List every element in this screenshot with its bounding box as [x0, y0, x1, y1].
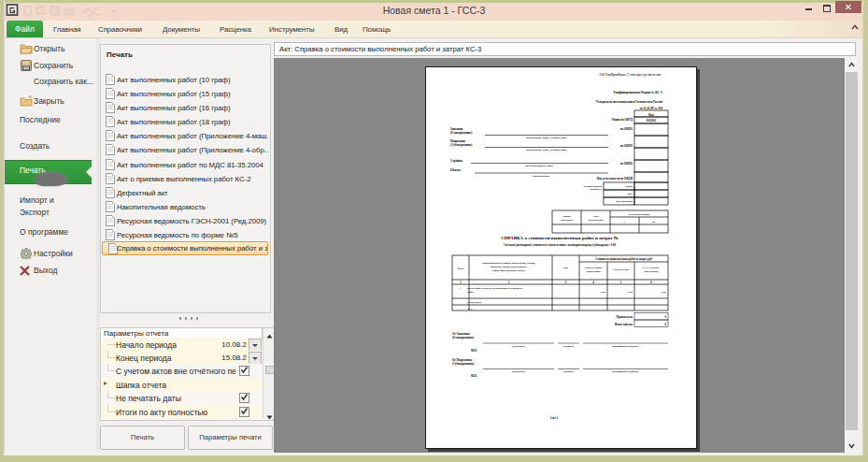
svg-text:объектов, видов выполненных: объектов, видов выполненных — [491, 266, 527, 268]
svg-text:Сметная (договорная) стоимость: Сметная (договорная) стоимость в соответ… — [504, 243, 617, 247]
svg-text:СПРАВКА о стоимости выполненны: СПРАВКА о стоимости выполненных работ и … — [501, 236, 619, 240]
svg-text:М.П.: М.П. — [471, 349, 477, 353]
svg-text:Произведено: Произведено — [617, 315, 633, 319]
svg-text:Номер: Номер — [562, 215, 571, 218]
svg-text:0.00: 0.00 — [628, 291, 633, 294]
svg-text:(подпись): (подпись) — [563, 370, 574, 373]
svg-text:в т. ч. за отчет-: в т. ч. за отчет- — [643, 267, 661, 269]
svg-text:(Генподрядчик):: (Генподрядчик): — [450, 131, 473, 135]
svg-text:№ пп: № пп — [458, 267, 464, 270]
svg-text:Всего работ и затрат, включаем: Всего работ и затрат, включаемых в стоим… — [467, 287, 523, 290]
svg-text:Стройка:: Стройка: — [450, 159, 463, 163]
svg-text:(Субподрядчик):: (Субподрядчик): — [450, 143, 473, 147]
svg-text:Код: Код — [563, 267, 568, 269]
svg-text:1: 1 — [460, 287, 462, 290]
svg-text:0322001: 0322001 — [647, 119, 657, 123]
svg-text:Итого зачтено: Итого зачтено — [615, 323, 633, 326]
svg-text:Дата: Дата — [592, 215, 599, 218]
svg-text:Отчетный период: Отчетный период — [629, 213, 650, 216]
svg-text:4: 4 — [592, 281, 594, 284]
svg-text:Форма по ОКУД: Форма по ОКУД — [612, 118, 633, 122]
svg-text:(Генподрядчика):: (Генподрядчика): — [452, 336, 475, 339]
svg-text:по: по — [652, 221, 656, 224]
svg-text:с начала года: с начала года — [613, 268, 629, 271]
svg-text:0: 0 — [665, 315, 667, 319]
svg-text:дата: дата — [627, 193, 633, 195]
svg-text:0.00: 0.00 — [601, 291, 605, 294]
svg-text:эт. д. :: эт. д. : — [467, 308, 475, 310]
svg-text:местонахождение, адрес: местонахождение, адрес — [525, 165, 554, 167]
svg-text:(подпись): (подпись) — [563, 345, 574, 348]
svg-text:документа: документа — [561, 219, 574, 222]
svg-text:от 11.11.99 № 100: от 11.11.99 № 100 — [640, 107, 663, 110]
svg-text:1: 1 — [460, 281, 462, 284]
svg-text:с начала прове-: с начала прове- — [584, 267, 603, 269]
svg-text:(расшифровка подписи): (расшифровка подписи) — [612, 370, 638, 373]
svg-text:работ, оборудования, затрат: работ, оборудования, затрат — [492, 269, 526, 272]
svg-text:3: 3 — [565, 281, 567, 284]
svg-text:составления: составления — [589, 219, 604, 222]
svg-text:1 из 1: 1 из 1 — [550, 416, 559, 420]
svg-text:работ: работ — [467, 291, 475, 294]
svg-text:в том числе:: в том числе: — [467, 301, 482, 304]
svg-text:Вид операции: Вид операции — [616, 200, 633, 203]
svg-text:5: 5 — [620, 281, 622, 284]
svg-text:6: 6 — [650, 281, 652, 284]
svg-text:Вид деятельности по ОКДП: Вид деятельности по ОКДП — [597, 177, 633, 180]
svg-text:(должность): (должность) — [512, 345, 525, 348]
svg-text:ЗАО ТяжПромИздат+7 1 интернет: ЗАО ТяжПромИздат+7 1 интернет gss-smeta … — [599, 73, 661, 77]
svg-text:(должность): (должность) — [512, 370, 525, 373]
svg-text:по ОКПО: по ОКПО — [620, 127, 633, 131]
svg-text:номер: номер — [625, 185, 633, 188]
svg-text:Наименование пусковых комплекс: Наименование пусковых комплексов, этапов… — [482, 262, 536, 265]
svg-text:по ОКПО: по ОКПО — [620, 144, 633, 148]
svg-text:наименование: наименование — [533, 175, 550, 178]
svg-text:2: 2 — [508, 281, 510, 284]
svg-text:(расшифровка подписи): (расшифровка подписи) — [612, 345, 638, 348]
svg-text:М.П.: М.П. — [471, 374, 477, 378]
svg-text:Унифицированная Форма № КС-3: Унифицированная Форма № КС-3 — [613, 91, 662, 94]
svg-text:по ОКПО: по ОКПО — [620, 162, 633, 166]
svg-text:Код: Код — [648, 113, 654, 117]
svg-text:организация, адрес, телефон, ф: организация, адрес, телефон, факс — [526, 149, 567, 152]
svg-text:(контракт): (контракт) — [590, 188, 602, 191]
svg-text:(Субподрядчика):: (Субподрядчика): — [452, 362, 475, 366]
svg-text:Стоимость выполненных работ и: Стоимость выполненных работ и затрат, ру… — [595, 257, 652, 261]
svg-text:Объект:: Объект: — [450, 168, 462, 172]
svg-text:с: с — [624, 221, 626, 224]
svg-text:дения работ: дения работ — [586, 270, 601, 273]
svg-text:Утверждена постановлением Госк: Утверждена постановлением Госкомстата Ро… — [596, 100, 663, 104]
svg-text:ный период: ный период — [645, 270, 659, 273]
svg-text:0: 0 — [665, 323, 667, 326]
svg-text:организация, адрес, телефон, ф: организация, адрес, телефон, факс — [526, 137, 567, 139]
svg-text:0.00: 0.00 — [662, 291, 666, 294]
